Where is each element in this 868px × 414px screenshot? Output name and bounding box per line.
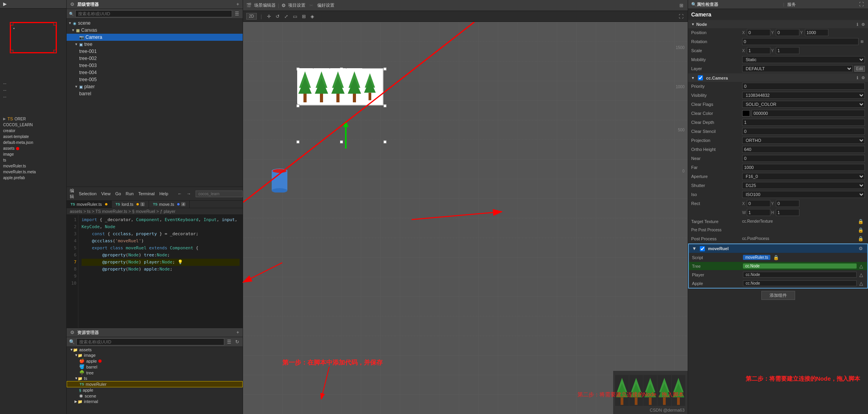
handle-bl[interactable] — [296, 140, 300, 143]
code-tab-moverule[interactable]: TS moveRuler.ts — [67, 201, 112, 208]
rotate-tool-btn[interactable]: ↺ — [274, 13, 281, 20]
hierarchy-item-tree005[interactable]: tree-005 — [67, 76, 243, 83]
mode-2d-btn[interactable]: 2D — [246, 13, 257, 20]
file-item[interactable]: moveRuler.ts.meta — [0, 169, 66, 175]
rotation-expand-btn[interactable]: ⊞ — [859, 39, 865, 44]
aperture-select[interactable]: F16_0 — [742, 173, 865, 180]
handle-tr[interactable] — [383, 67, 387, 71]
back-btn[interactable]: ← — [178, 191, 182, 196]
position-x-input[interactable] — [747, 29, 770, 36]
asset-item-internal[interactable]: ▶ 📁 internal — [67, 399, 243, 404]
projection-select[interactable]: ORTHO PERSPECTIVE — [742, 137, 865, 144]
moveruel-header[interactable]: ▼ moveRuel ⚙ — [689, 244, 867, 253]
services-tab[interactable]: 服务 — [787, 2, 796, 7]
asset-item-apple[interactable]: 🍎 apple — [67, 358, 243, 364]
clearcolor-input[interactable] — [752, 110, 865, 117]
handle-bc[interactable] — [340, 140, 343, 143]
snap-tool-btn[interactable]: ⊞ — [301, 13, 307, 20]
position-z-input[interactable] — [805, 29, 828, 36]
hierarchy-item-scene[interactable]: ▼ ◉ scene — [67, 20, 243, 27]
node-section-header[interactable]: ▼ Node ℹ ⚙ — [688, 20, 868, 28]
layer-select[interactable]: DEFAULT — [742, 65, 853, 72]
hierarchy-item-canvas[interactable]: ▼ ▦ Canvas — [67, 27, 243, 34]
file-item[interactable]: apple.prefab — [0, 175, 66, 181]
handle-br[interactable] — [383, 140, 387, 143]
hierarchy-item-camera[interactable]: 📷 Camera — [67, 34, 243, 41]
cleardepth-input[interactable] — [742, 119, 865, 126]
moveruel-enabled-checkbox[interactable] — [700, 246, 705, 251]
moveruel-settings-btn[interactable]: ⚙ — [857, 245, 864, 252]
inspector-expand-btn[interactable]: ⛶ — [858, 1, 865, 7]
priority-input[interactable] — [742, 83, 865, 90]
camera-enabled-checkbox[interactable] — [698, 75, 703, 80]
scale-x-input[interactable] — [747, 47, 770, 54]
hierarchy-filter-btn[interactable]: ☰ — [234, 11, 240, 17]
file-item[interactable]: assets — [0, 145, 66, 151]
script-ref[interactable]: moveRuler.ts — [743, 255, 770, 260]
hierarchy-item-tree004[interactable]: tree-004 — [67, 69, 243, 76]
menu-help[interactable]: Help — [159, 191, 168, 196]
target-texture-lock-btn[interactable]: 🔒 — [857, 218, 865, 225]
orthoheight-input[interactable] — [742, 146, 865, 153]
tree-expand-btn[interactable]: △ — [858, 263, 864, 269]
rect-x-input[interactable] — [747, 200, 770, 207]
hierarchy-item-tree003[interactable]: tree-003 — [67, 62, 243, 69]
clearflags-select[interactable]: SOLID_COLOR — [742, 101, 865, 108]
iso-select[interactable]: ISO100 — [742, 191, 865, 198]
panel-expand-btn[interactable]: ⊞ — [678, 2, 685, 9]
asset-item-moverule[interactable]: TS moveRuler — [67, 381, 243, 387]
rect-y-input[interactable] — [776, 200, 799, 207]
script-lock-btn[interactable]: 🔒 — [772, 254, 780, 261]
fullscreen-btn[interactable]: ⛶ — [677, 13, 685, 20]
shutter-select[interactable]: D125 — [742, 182, 865, 189]
forward-btn[interactable]: → — [187, 191, 191, 196]
menu-go[interactable]: Go — [115, 191, 121, 196]
scale-tool-btn[interactable]: ⤢ — [283, 13, 289, 20]
hierarchy-settings-btn[interactable]: ⚙ — [69, 1, 76, 7]
asset-filter-btn[interactable]: ☰ — [226, 339, 232, 345]
asset-item-apple-ts[interactable]: § apple — [67, 387, 243, 393]
asset-item-assets[interactable]: ▼ 📁 assets — [67, 347, 243, 352]
hierarchy-search-input[interactable] — [75, 10, 232, 17]
code-tab-lord[interactable]: TS lord.ts 1 — [112, 201, 149, 208]
file-item[interactable]: moveRuler.ts — [0, 163, 66, 169]
apple-expand-btn[interactable]: △ — [858, 280, 864, 287]
gizmo-btn[interactable]: ◈ — [309, 13, 315, 20]
menu-selection[interactable]: Selection — [79, 191, 96, 196]
rect-w-input[interactable] — [747, 209, 770, 216]
menu-edit[interactable]: 编辑 — [70, 188, 74, 200]
add-component-btn[interactable]: 添加组件 — [761, 291, 795, 300]
rect-h-input[interactable] — [776, 209, 799, 216]
menu-view[interactable]: View — [101, 191, 111, 196]
far-input[interactable] — [742, 164, 865, 171]
postprocess-lock-btn[interactable]: 🔒 — [857, 236, 865, 242]
file-item[interactable]: ts — [0, 157, 66, 163]
scene-view[interactable]: 1500 1000 500 0 -500 — [243, 22, 688, 414]
file-item[interactable]: ▶ TS ORER — [0, 116, 66, 122]
player-node-ref[interactable]: cc.Node — [743, 272, 857, 278]
file-item[interactable]: creator — [0, 128, 66, 134]
menu-terminal[interactable]: Terminal — [138, 191, 155, 196]
asset-item-scene[interactable]: ◉ scene — [67, 393, 243, 399]
handle-mr[interactable] — [383, 104, 387, 107]
hierarchy-item-barrel[interactable]: barrel — [67, 90, 243, 97]
handle-ml[interactable] — [296, 104, 300, 107]
asset-settings-btn[interactable]: ⚙ — [69, 329, 76, 336]
color-swatch[interactable] — [742, 110, 750, 116]
prepostprocess-lock-btn[interactable]: 🔒 — [857, 227, 865, 233]
hierarchy-item-plaer[interactable]: ▼ ▣ plaer — [67, 83, 243, 90]
hierarchy-item-tree002[interactable]: tree-002 — [67, 55, 243, 62]
apple-node-ref[interactable]: cc.Node — [743, 280, 857, 286]
asset-item-ts[interactable]: ▼ 📁 ts — [67, 376, 243, 381]
rect-tool-btn[interactable]: ▭ — [292, 13, 298, 20]
clearstencil-input[interactable] — [742, 128, 865, 135]
layer-edit-btn[interactable]: Edit — [854, 66, 865, 72]
menu-run[interactable]: Run — [126, 191, 134, 196]
position-y-input[interactable] — [776, 29, 799, 36]
asset-add-btn[interactable]: + — [235, 329, 240, 336]
code-search-input[interactable] — [196, 191, 243, 197]
tree-node-ref[interactable]: cc.Node — [743, 263, 857, 269]
move-tool-btn[interactable]: ✛ — [266, 13, 272, 20]
asset-item-tree[interactable]: 🌳 tree — [67, 370, 243, 376]
code-tab-move[interactable]: TS move.ts 4 — [149, 201, 190, 208]
